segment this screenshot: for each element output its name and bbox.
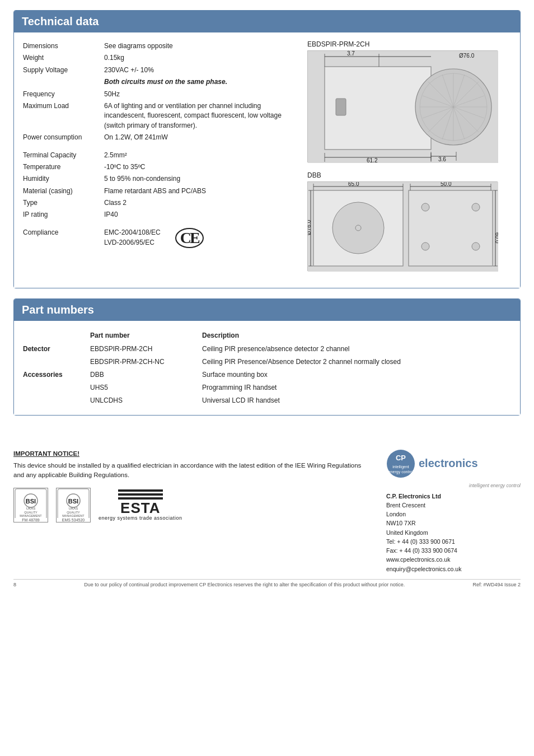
- svg-point-34: [472, 242, 480, 250]
- part-number: EBDSPIR-PRM-2CH: [90, 343, 202, 356]
- technical-header: Technical data: [14, 11, 520, 32]
- cp-address-line3: NW10 7XR: [386, 519, 521, 528]
- svg-text:energy control: energy control: [388, 470, 414, 474]
- table-row: UHS5 Programming IR handset: [23, 381, 511, 394]
- spec-value: On 1.2W, Off 241mW: [104, 132, 297, 143]
- footer-main: IMPORTANT NOTICE! This device should be …: [13, 449, 521, 573]
- esta-logo: ESTA energy systems trade association: [99, 489, 182, 521]
- svg-text:intelligent: intelligent: [392, 465, 409, 469]
- svg-text:61.2: 61.2: [367, 157, 378, 163]
- footer-right: CP intelligent energy control electronic…: [386, 449, 521, 573]
- table-row: UNLCDHS Universal LCD IR handset: [23, 394, 511, 407]
- cp-logo-area: CP intelligent energy control electronic…: [386, 449, 521, 478]
- part-numbers-title: Part numbers: [22, 304, 94, 316]
- table-row: Humidity 5 to 95% non-condensing: [23, 173, 297, 185]
- spec-value-bold-italic: Both circuits must on the same phase.: [104, 76, 297, 88]
- spec-label: Humidity: [23, 173, 104, 185]
- spec-value: See diagrams opposite: [104, 40, 297, 52]
- tech-layout: Dimensions See diagrams opposite Weight …: [23, 40, 511, 280]
- svg-text:3.6: 3.6: [438, 156, 446, 162]
- spec-value: 5 to 95% non-condensing: [104, 173, 297, 185]
- part-numbers-table: Part number Description Detector EBDSPIR…: [23, 329, 511, 407]
- cp-address-line2: London: [386, 510, 521, 519]
- part-number: EBDSPIR-PRM-2CH-NC: [90, 356, 202, 368]
- part-numbers-header: Part numbers: [14, 299, 520, 321]
- dbb-svg: 65.0 50.0 Ø76.0 60.0: [308, 182, 498, 272]
- esta-subtext: energy systems trade association: [99, 515, 182, 521]
- tech-diagrams: EBDSPIR-PRM-2CH: [297, 40, 511, 280]
- esta-lines: [118, 489, 163, 500]
- ebdspir-diagram: 3.7 Ø76.0 3.6 61.2: [307, 50, 498, 162]
- svg-rect-12: [336, 99, 346, 115]
- svg-text:3.7: 3.7: [347, 51, 355, 57]
- table-row: Terminal Capacity 2.5mm²: [23, 150, 297, 161]
- table-row: Power consumption On 1.2W, Off 241mW: [23, 132, 297, 143]
- bsi2-fm: EMS 534520: [62, 518, 85, 522]
- table-row: Compliance EMC-2004/108/ECLVD-2006/95/EC…: [23, 227, 297, 249]
- ebdspir-svg: 3.7 Ø76.0 3.6 61.2: [308, 51, 498, 163]
- part-number: DBB: [90, 368, 202, 381]
- table-row-spacer: [23, 144, 297, 150]
- cp-brand-text: electronics: [419, 457, 478, 470]
- table-row: IP rating IP40: [23, 209, 297, 221]
- bsi-logo-2: BSI UKAS QUALITY MANAGEMENT 003: [57, 488, 90, 518]
- part-desc: Programming IR handset: [202, 381, 511, 394]
- page-number: 8: [13, 582, 16, 587]
- part-desc: Ceiling PIR Presence/Absence Detector 2 …: [202, 356, 511, 368]
- svg-text:BSI: BSI: [68, 498, 78, 505]
- bsi-badge-1: BSI UKAS QUALITY MANAGEMENT 003 FM 48789: [13, 488, 48, 522]
- spec-label: Type: [23, 197, 104, 209]
- ce-mark: CE: [175, 228, 204, 248]
- spec-label: Dimensions: [23, 40, 104, 52]
- esta-line-1: [118, 489, 163, 492]
- part-number: UNLCDHS: [90, 394, 202, 407]
- diagram-bottom-label: DBB: [307, 171, 511, 179]
- spec-value: Class 2: [104, 197, 297, 209]
- cp-tel: Tel: + 44 (0) 333 900 0671: [386, 537, 521, 546]
- footer-bottom: 8 Due to our policy of continual product…: [13, 579, 521, 587]
- svg-text:Ø76.0: Ø76.0: [459, 53, 475, 59]
- spec-label: Temperature: [23, 161, 104, 173]
- category-empty: [23, 381, 90, 394]
- table-row: Weight 0.15kg: [23, 52, 297, 64]
- cp-tagline: intelligent energy control: [386, 483, 521, 488]
- bsi-logo-1: BSI UKAS QUALITY MANAGEMENT 003: [15, 488, 47, 518]
- cp-fax: Fax: + 44 (0) 333 900 0674: [386, 546, 521, 555]
- table-row: EBDSPIR-PRM-2CH-NC Ceiling PIR Presence/…: [23, 356, 511, 368]
- spec-value: Flame retardant ABS and PC/ABS: [104, 185, 297, 197]
- spec-label: [23, 76, 104, 88]
- spec-value: 6A of lighting and or ventilation per ch…: [104, 100, 297, 132]
- cp-address-block: C.P. Electronics Ltd Brent Crescent Lond…: [386, 492, 521, 573]
- important-notice: IMPORTANT NOTICE! This device should be …: [13, 449, 373, 480]
- cp-address-line4: United Kingdom: [386, 528, 521, 537]
- footer: IMPORTANT NOTICE! This device should be …: [13, 449, 521, 587]
- spec-value: IP40: [104, 209, 297, 221]
- cp-address-line1: Brent Crescent: [386, 501, 521, 510]
- table-row: Material (casing) Flame retardant ABS an…: [23, 185, 297, 197]
- part-table-header: Part number Description: [23, 329, 511, 343]
- svg-point-31: [421, 203, 429, 211]
- table-row: Temperature -10ºC to 35ºC: [23, 161, 297, 173]
- tech-specs: Dimensions See diagrams opposite Weight …: [23, 40, 297, 280]
- notice-text: This device should be installed by a qua…: [13, 461, 373, 480]
- table-row: Type Class 2: [23, 197, 297, 209]
- svg-text:UKAS: UKAS: [26, 507, 35, 510]
- part-desc: Ceiling PIR presence/absence detector 2 …: [202, 343, 511, 356]
- col-category: [23, 329, 90, 343]
- part-number: UHS5: [90, 381, 202, 394]
- spec-value: 50Hz: [104, 88, 297, 100]
- svg-point-28: [332, 202, 384, 254]
- cp-email: enquiry@cpelectronics.co.uk: [386, 564, 521, 573]
- spec-label: Material (casing): [23, 185, 104, 197]
- disclaimer: Due to our policy of continual product i…: [84, 582, 405, 587]
- bsi-badge-2: BSI UKAS QUALITY MANAGEMENT 003 EMS 5345…: [56, 488, 91, 522]
- spec-value: 2.5mm²: [104, 150, 297, 161]
- cp-logo-circle: CP intelligent energy control: [386, 449, 415, 478]
- footer-left: IMPORTANT NOTICE! This device should be …: [13, 449, 373, 523]
- spec-label: Terminal Capacity: [23, 150, 104, 161]
- esta-text: ESTA: [120, 501, 160, 515]
- svg-text:CP: CP: [396, 454, 406, 462]
- svg-text:50.0: 50.0: [441, 182, 452, 187]
- svg-point-33: [472, 203, 480, 211]
- spec-value: -10ºC to 35ºC: [104, 161, 297, 173]
